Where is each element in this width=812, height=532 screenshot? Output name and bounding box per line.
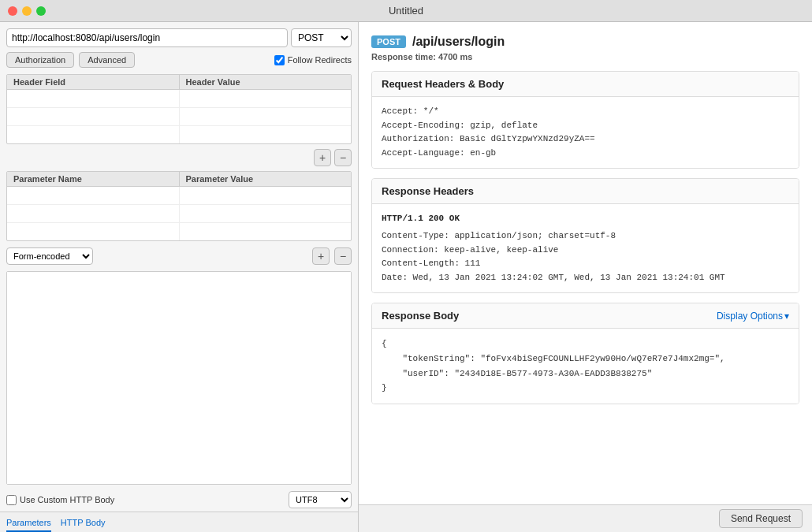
follow-redirects-text: Follow Redirects [288, 55, 352, 65]
header-value-cell [180, 90, 352, 107]
close-button[interactable] [8, 6, 17, 16]
method-select[interactable]: POST GET PUT DELETE PATCH [291, 28, 352, 47]
use-custom-http-body-checkbox[interactable] [6, 495, 17, 505]
header-field-cell [7, 108, 180, 125]
method-badge: POST [371, 35, 406, 48]
params-table: Parameter Name Parameter Value [6, 171, 352, 241]
body-textarea[interactable] [7, 272, 351, 484]
table-row [7, 205, 351, 223]
response-headers-section-header: Response Headers [372, 179, 799, 204]
headers-table-actions: + − [0, 147, 358, 168]
response-body-title: Response Body [382, 310, 459, 322]
http-status: HTTP/1.1 200 OK [382, 212, 789, 226]
minimize-button[interactable] [22, 6, 32, 16]
response-headers-title: Response Headers [382, 185, 474, 197]
advanced-button[interactable]: Advanced [79, 52, 135, 68]
response-headers-body: HTTP/1.1 200 OK Content-Type: applicatio… [372, 204, 799, 292]
table-row [7, 108, 351, 126]
display-options-label: Display Options [717, 311, 783, 322]
send-request-button[interactable]: Send Request [719, 509, 803, 528]
param-name-col: Parameter Name [7, 172, 180, 186]
table-row [7, 126, 351, 143]
header-value-cell [180, 126, 352, 143]
param-value-cell [180, 205, 352, 222]
remove-param-button[interactable]: − [334, 247, 352, 265]
url-bar: POST GET PUT DELETE PATCH [0, 22, 358, 50]
header-field-cell [7, 126, 180, 143]
header-value-cell [180, 108, 352, 125]
titlebar: Untitled [0, 0, 812, 22]
response-body-content: { "tokenString": "foFvx4biSegFCOUNLLHF2y… [372, 329, 799, 404]
maximize-button[interactable] [36, 6, 46, 16]
use-custom-http-body-text: Use Custom HTTP Body [20, 495, 114, 504]
params-table-header: Parameter Name Parameter Value [7, 172, 351, 187]
request-headers-section: Request Headers & Body Accept: */* Accep… [371, 71, 799, 169]
url-input[interactable] [6, 28, 288, 47]
main-layout: POST GET PUT DELETE PATCH Authorization … [0, 22, 812, 532]
response-endpoint: POST /api/users/login [371, 35, 799, 49]
endpoint-path: /api/users/login [412, 35, 505, 49]
follow-redirects-checkbox[interactable] [274, 55, 285, 65]
response-time-label: Response time: [371, 52, 436, 61]
remove-header-button[interactable]: − [334, 149, 352, 166]
request-headers-section-header: Request Headers & Body [372, 72, 799, 97]
footer-controls: Use Custom HTTP Body UTF8 UTF16 ASCII [0, 488, 358, 512]
request-headers-body: Accept: */* Accept-Encoding: gzip, defla… [372, 97, 799, 168]
header-field-col: Header Field [7, 75, 180, 89]
header-value-col: Header Value [180, 75, 352, 89]
right-wrapper: POST /api/users/login Response time: 470… [359, 22, 812, 532]
param-value-cell [180, 223, 352, 240]
param-name-cell [7, 223, 180, 240]
response-time: Response time: 4700 ms [371, 52, 799, 61]
use-custom-http-body-label: Use Custom HTTP Body [6, 495, 114, 505]
response-body-section: Response Body Display Options ▾ { "token… [371, 303, 799, 404]
form-encoded-select[interactable]: Form-encoded Raw JSON [6, 247, 93, 265]
window-title: Untitled [389, 5, 423, 17]
follow-redirects-label: Follow Redirects [274, 55, 352, 65]
response-body-section-header: Response Body Display Options ▾ [372, 303, 799, 329]
param-name-cell [7, 205, 180, 222]
toolbar: Authorization Advanced Follow Redirects [0, 50, 358, 71]
left-panel: POST GET PUT DELETE PATCH Authorization … [0, 22, 359, 532]
headers-table: Header Field Header Value [6, 74, 352, 144]
request-headers-title: Request Headers & Body [382, 78, 504, 90]
header-field-cell [7, 90, 180, 107]
authorization-button[interactable]: Authorization [6, 52, 74, 68]
table-row [7, 187, 351, 205]
right-footer: Send Request [359, 504, 812, 532]
right-panel: POST /api/users/login Response time: 470… [359, 22, 812, 504]
add-param-button[interactable]: + [312, 247, 330, 265]
param-name-cell [7, 187, 180, 204]
response-headers-section: Response Headers HTTP/1.1 200 OK Content… [371, 178, 799, 293]
table-row [7, 90, 351, 108]
titlebar-buttons [8, 6, 46, 16]
add-header-button[interactable]: + [314, 149, 331, 166]
tab-parameters[interactable]: Parameters [6, 515, 51, 532]
body-area [6, 271, 352, 485]
form-encoded-row: Form-encoded Raw JSON + − [0, 244, 358, 268]
response-time-value: 4700 ms [438, 52, 472, 61]
bottom-tabs: Parameters HTTP Body [0, 512, 358, 532]
param-value-col: Parameter Value [180, 172, 352, 186]
table-row [7, 223, 351, 240]
headers-table-header: Header Field Header Value [7, 75, 351, 90]
tab-http-body[interactable]: HTTP Body [61, 515, 106, 532]
encoding-select[interactable]: UTF8 UTF16 ASCII [289, 491, 352, 508]
param-value-cell [180, 187, 352, 204]
chevron-down-icon: ▾ [784, 311, 789, 322]
display-options-button[interactable]: Display Options ▾ [717, 311, 789, 322]
